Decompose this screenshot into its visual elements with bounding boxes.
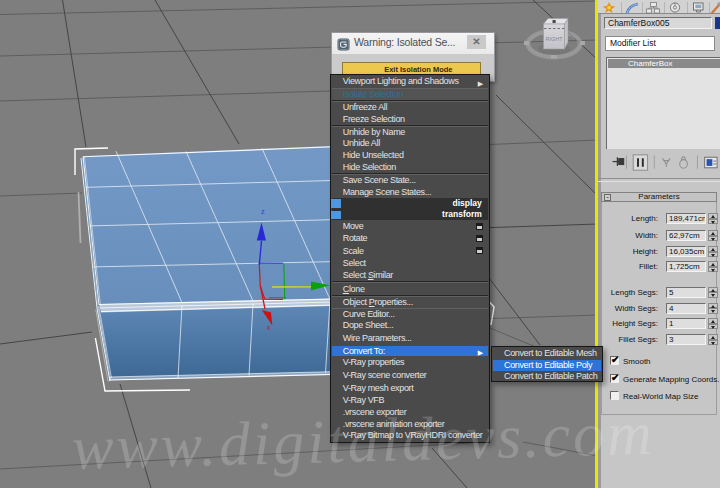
svg-text:x: x	[267, 324, 271, 331]
svg-text:z: z	[261, 207, 265, 216]
svg-text:RIGHT: RIGHT	[545, 36, 563, 42]
